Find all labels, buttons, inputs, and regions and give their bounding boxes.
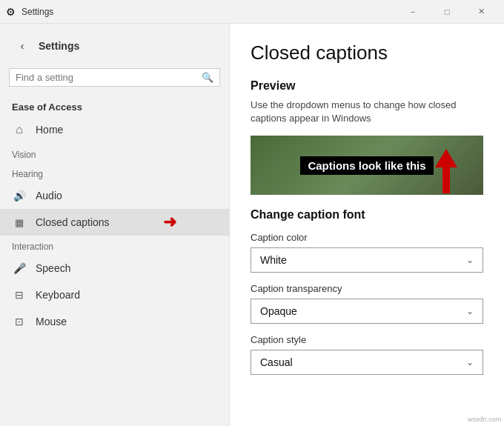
title-bar-controls: − □ ✕ [396, 0, 498, 24]
sidebar-item-home[interactable]: ⌂ Home [0, 116, 229, 144]
caption-style-chevron-icon: ⌄ [466, 357, 474, 367]
sub-label-vision: Vision [0, 144, 229, 163]
home-icon: ⌂ [12, 123, 27, 136]
caption-transparency-value: Opaque [260, 305, 297, 317]
caption-transparency-dropdown[interactable]: Opaque ⌄ [251, 299, 483, 324]
sidebar-title: Settings [39, 40, 79, 52]
preview-description: Use the dropdown menus to change how clo… [251, 99, 483, 125]
sidebar: ‹ Settings 🔍 Ease of Access ⌂ Home Visio… [0, 24, 230, 426]
caption-style-label: Caption style [251, 334, 483, 345]
audio-icon: 🔊 [12, 190, 27, 202]
title-bar-title: Settings [21, 7, 53, 17]
watermark: wsxdn.com [468, 416, 501, 423]
page-title: Closed captions [251, 41, 483, 64]
title-bar-left: ⚙ Settings [6, 6, 53, 18]
sidebar-item-closed-captions[interactable]: ▦ Closed captions ➜ [0, 209, 229, 236]
sidebar-item-speech[interactable]: 🎤 Speech [0, 255, 229, 282]
sub-label-hearing: Hearing [0, 163, 229, 182]
caption-color-dropdown[interactable]: White ⌄ [251, 247, 483, 273]
main-panel: Closed captions Preview Use the dropdown… [230, 24, 504, 426]
speech-icon: 🎤 [12, 262, 27, 274]
sidebar-item-label-keyboard: Keyboard [36, 289, 80, 301]
preview-caption-text: Captions look like this [300, 156, 433, 175]
search-input[interactable] [16, 72, 197, 83]
maximize-button[interactable]: □ [430, 0, 464, 24]
mouse-icon: ⊡ [12, 316, 27, 327]
sidebar-item-keyboard[interactable]: ⊟ Keyboard [0, 282, 229, 308]
change-caption-font-heading: Change caption font [251, 208, 483, 222]
app-body: ‹ Settings 🔍 Ease of Access ⌂ Home Visio… [0, 24, 504, 426]
preview-heading: Preview [251, 79, 483, 93]
settings-icon: ⚙ [6, 6, 16, 18]
search-icon: 🔍 [202, 72, 213, 83]
caption-color-label: Caption color [251, 232, 483, 243]
sidebar-item-audio[interactable]: 🔊 Audio [0, 182, 229, 209]
search-box[interactable]: 🔍 [9, 68, 220, 87]
sidebar-item-label-closed-captions: Closed captions [36, 216, 110, 228]
red-arrow-indicator: ➜ [163, 213, 176, 232]
sub-label-interaction: Interaction [0, 236, 229, 255]
sidebar-item-label-audio: Audio [36, 190, 62, 202]
red-arrow-up [431, 149, 461, 195]
svg-marker-0 [435, 149, 457, 193]
title-bar: ⚙ Settings − □ ✕ [0, 0, 504, 24]
sidebar-item-mouse[interactable]: ⊡ Mouse [0, 308, 229, 335]
caption-transparency-label: Caption transparency [251, 283, 483, 294]
caption-color-value: White [260, 254, 287, 266]
close-button[interactable]: ✕ [464, 0, 498, 24]
keyboard-icon: ⊟ [12, 289, 27, 301]
caption-style-dropdown[interactable]: Casual ⌄ [251, 350, 483, 375]
caption-style-value: Casual [260, 356, 293, 368]
closed-captions-icon: ▦ [12, 217, 27, 228]
caption-transparency-chevron-icon: ⌄ [466, 306, 474, 316]
back-button[interactable]: ‹ [12, 36, 33, 56]
sidebar-item-label-speech: Speech [36, 262, 70, 274]
sidebar-header: ‹ Settings [0, 24, 229, 62]
minimize-button[interactable]: − [396, 0, 430, 24]
sidebar-item-label-home: Home [36, 124, 63, 136]
sidebar-item-label-mouse: Mouse [36, 316, 67, 327]
preview-box: Captions look like this [251, 136, 483, 195]
section-label-ease-of-access: Ease of Access [0, 96, 229, 116]
caption-color-chevron-icon: ⌄ [466, 255, 474, 265]
